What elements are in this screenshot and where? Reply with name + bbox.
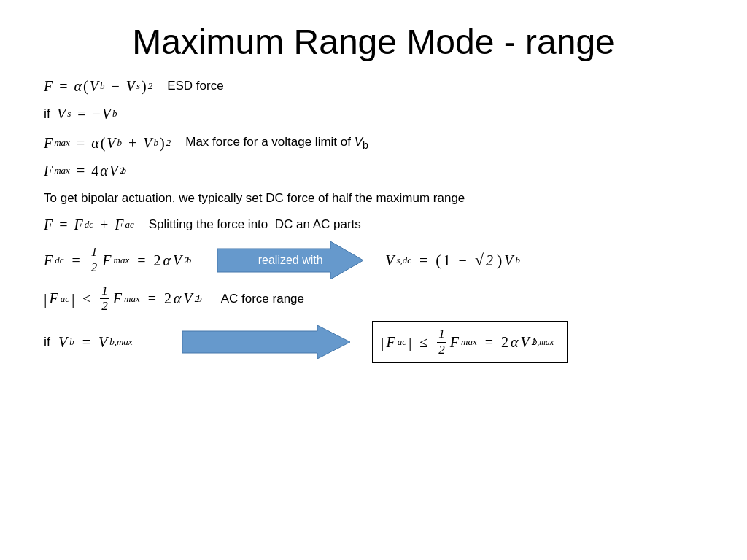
realized-with-arrow: realized with	[217, 241, 363, 279]
bipolar-text: To get bipolar actuation, we typically s…	[44, 189, 703, 208]
formula-fdc-row: Fdc = 1 2 Fmax = 2αV2b realized with V	[44, 241, 703, 279]
formula-vbmax-row: if Vb = Vb,max |Fac| ≤ 1 2	[44, 321, 703, 363]
formula-if-condition: if Vs = −Vb	[44, 103, 703, 125]
svg-marker-1	[182, 325, 350, 359]
esd-force-label: ESD force	[167, 77, 223, 96]
fmax1-label: Max force for a voltage limit of Vb	[185, 133, 368, 154]
content-area: F = α(Vb − Vs)2 ESD force if Vs = −Vb Fm…	[44, 75, 703, 363]
math-if: if Vs = −Vb	[44, 103, 117, 125]
formula-esd: F = α(Vb − Vs)2 ESD force	[44, 75, 703, 97]
fsplit-label: Splitting the force into DC an AC parts	[149, 215, 361, 234]
formula-fmax2: Fmax = 4αV2b	[44, 160, 703, 182]
math-fmax1: Fmax = α(Vb + Vb)2	[44, 132, 171, 154]
long-arrow-shape	[182, 325, 350, 359]
math-esd: F = α(Vb − Vs)2	[44, 75, 152, 97]
math-fsplit: F = Fdc + Fac	[44, 214, 134, 236]
box-formula: |Fac| ≤ 1 2 Fmax = 2αV2b,max	[372, 321, 568, 363]
arrow-label: realized with	[258, 252, 323, 269]
math-fdc: Fdc = 1 2 Fmax = 2αV2b	[44, 245, 196, 276]
slide-title: Maximum Range Mode - range	[44, 22, 703, 62]
slide: Maximum Range Mode - range F = α(Vb − Vs…	[0, 0, 747, 560]
math-fmax2: Fmax = 4αV2b	[44, 160, 131, 182]
blue-arrow-shape: realized with	[217, 241, 363, 279]
math-fac: |Fac| ≤ 1 2 Fmax = 2αV2b	[44, 284, 206, 314]
formula-fsplit: F = Fdc + Fac Splitting the force into D…	[44, 214, 703, 236]
formula-fmax1: Fmax = α(Vb + Vb)2 Max force for a volta…	[44, 132, 703, 154]
formula-fac: |Fac| ≤ 1 2 Fmax = 2αV2b AC force range	[44, 284, 703, 314]
math-vsdc: Vs,dc = ( 1 − √2 ) Vb	[385, 248, 520, 272]
math-fac-box: |Fac| ≤ 1 2 Fmax = 2αV2b,max	[381, 327, 560, 357]
math-vbmax: if Vb = Vb,max	[44, 331, 160, 353]
fac-label: AC force range	[221, 289, 304, 308]
long-blue-arrow	[182, 325, 350, 359]
